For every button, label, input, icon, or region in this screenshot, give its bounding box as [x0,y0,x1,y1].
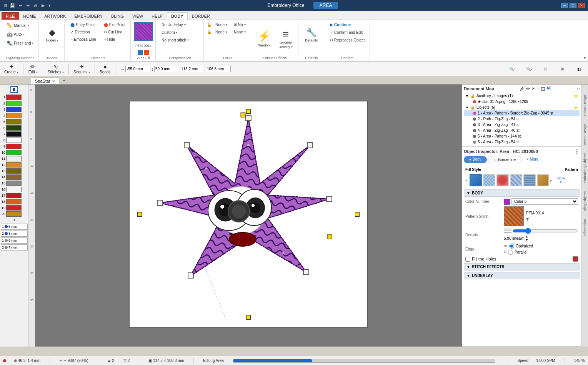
tree-obj-3[interactable]: 3 - Area - Zig-Zag - 41 st [464,122,580,128]
fill-scroll-left[interactable]: ◂ [465,173,468,187]
docmap-tool-all[interactable]: All [546,86,551,91]
defaults-btn[interactable]: 🔧 Defaults [301,22,321,48]
fill-color-swatch[interactable] [138,50,143,55]
tab-embroidery[interactable]: EMBROIDERY [70,12,107,20]
inspector-more-btn[interactable]: ⋮ [574,148,580,154]
color-select[interactable]: Color 5 [511,198,578,205]
auto-btn[interactable]: 🤖 Auto ▾ [4,30,27,38]
entry-point-btn[interactable]: ⬤ Entry Point [68,22,98,28]
create-btn[interactable]: ✦ Create ▾ [2,63,21,75]
swatch-13[interactable] [6,168,22,174]
quick-access-toolbar[interactable]: 🖹 💾 ↩ ↪ 🖨 ▶ ▾ [3,2,52,9]
docmap-tool-pen[interactable]: 🖊 [520,86,525,91]
swatch-10[interactable] [6,150,22,155]
handle-right[interactable] [355,212,360,217]
fill-swatch-4[interactable] [510,174,522,186]
color-row-19[interactable]: 19 [1,205,28,211]
manual-btn[interactable]: ✏️ Manual ▾ [4,22,32,30]
swatch-15[interactable] [6,181,22,186]
docmap-tool-frame[interactable]: ◫ [541,86,545,91]
no-short-stitch-btn[interactable]: No short stitch ▾ [159,37,192,43]
more-qat[interactable]: ▾ [47,2,52,9]
width-input[interactable] [180,66,205,72]
docmap-collapse[interactable]: □ [577,87,580,91]
swatch-3[interactable] [6,107,22,112]
swatch-5[interactable] [6,119,22,124]
emboss-line-btn[interactable]: ≈ Emboss Line [68,36,98,43]
color-row-16[interactable]: 16 [1,187,28,192]
swatch-18[interactable] [6,199,22,204]
variable-density-btn[interactable]: ≡ VariableDensity ▾ [276,25,296,52]
swatch-7[interactable] [6,131,22,137]
tab-bling[interactable]: BLING [107,12,128,20]
swatch-11[interactable] [6,156,22,161]
docmap-tool-edit[interactable]: ✏ [526,86,530,91]
color-row-17[interactable]: 17 [1,193,28,198]
ribbon-expand[interactable]: ▾ [583,21,586,61]
color-row-1[interactable]: 1 [1,95,28,100]
swatch-9[interactable] [6,144,22,149]
stitches-btn[interactable]: ∿ Stitches ▾ [45,63,67,75]
fill-swatch-6[interactable] [537,174,549,186]
color-row-14[interactable]: 14 [1,174,28,180]
color-row-12[interactable]: 12 [1,162,28,168]
fill-swatch-2[interactable] [483,174,495,186]
tab-file[interactable]: FILE [2,12,19,20]
pattern-arrow[interactable]: ▾ [526,216,544,222]
vtab-bling-objects[interactable]: Bling Objects [582,187,588,215]
handle-left[interactable] [137,212,142,217]
swatch-4[interactable] [6,113,22,118]
tree-obj-1[interactable]: 1 - Area - Pattern - Border: Zig-Zag - 9… [464,110,580,116]
y-coord-input[interactable] [154,66,179,72]
swatch-6[interactable] [6,125,22,131]
fill-color-swatch2[interactable] [144,50,149,55]
freehand-btn[interactable]: ✒️ FreeHand ▾ [4,39,36,47]
maximize-btn[interactable]: □ [570,3,576,8]
random-btn[interactable]: ⚡ Random [254,25,274,52]
color-row-2[interactable]: 2 [1,101,28,106]
tree-obj-2[interactable]: 2 - Path - Zig-Zag - 54 st [464,116,580,122]
color-row-4[interactable]: 4 [1,113,28,118]
nodes-btn[interactable]: ◆ Nodes ▾ [42,22,62,48]
color-row-10[interactable]: 10 [1,150,28,155]
custom-btn[interactable]: Custom ▾ [159,29,180,36]
tab-view[interactable]: VIEW [128,12,147,20]
hole-btn[interactable]: ○ Hole [101,36,128,43]
print-btn[interactable]: 🖨 [32,2,39,8]
undo-btn[interactable]: ↩ [17,2,24,9]
tree-obj-4[interactable]: 4 - Area - Zig-Zag - 40 st [464,128,580,133]
fill-more-btn[interactable]: more ▾ [557,176,565,184]
fill-swatch-5[interactable] [523,174,536,186]
tree-image[interactable]: ★-star 01-A.png - 1280×1209 [464,99,580,105]
area-fill-preview[interactable] [134,22,153,41]
edit-btn[interactable]: ✏ Edit ▾ [25,63,41,75]
tab-home[interactable]: HOME [19,12,40,20]
density-up[interactable]: ▲ [525,235,528,238]
close-btn[interactable]: ✕ [578,3,585,8]
color-row-7[interactable]: 7 [1,131,28,137]
zoom-in-btn[interactable]: 🔍+ [505,63,520,75]
lock3-btn[interactable]: None ▾ [213,29,230,35]
active-color[interactable]: B [10,86,18,93]
handle-top[interactable] [246,109,251,114]
direction-btn[interactable]: ↗ Direction [68,29,98,35]
confirm-edit-btn[interactable]: ✓ Confirm and Edit [327,29,365,36]
swatch-19[interactable] [6,205,22,211]
color-row-13[interactable]: 13 [1,168,28,174]
lock1-btn[interactable]: None ▾ [213,22,230,28]
redo-btn[interactable]: ↪ [25,2,31,9]
canvas-area[interactable]: -5 0 5 10 15 20 25 30 35 40 45 50 55 60 … [29,76,462,347]
swatch-8[interactable] [6,138,22,143]
itab-more[interactable]: + More [523,156,542,163]
stitch-effects-header[interactable]: ▼ STITCH EFFECTS [464,263,580,270]
underlay-header[interactable]: ▼ UNDERLAY [464,272,580,279]
tree-objects[interactable]: ▼ 🔒 Objects (6) ⭐ [464,105,580,110]
itab-borderline[interactable]: ◻ Borderline [488,156,521,163]
color-row-20[interactable]: 20 [1,211,28,217]
window-controls[interactable]: ─ □ ✕ [561,3,585,8]
density-slider[interactable] [513,228,578,234]
swatch-1[interactable] [6,95,22,100]
new-tab-btn[interactable]: + [61,77,68,84]
handle-bottom[interactable] [246,315,251,320]
canvas-viewport[interactable] [129,101,368,328]
